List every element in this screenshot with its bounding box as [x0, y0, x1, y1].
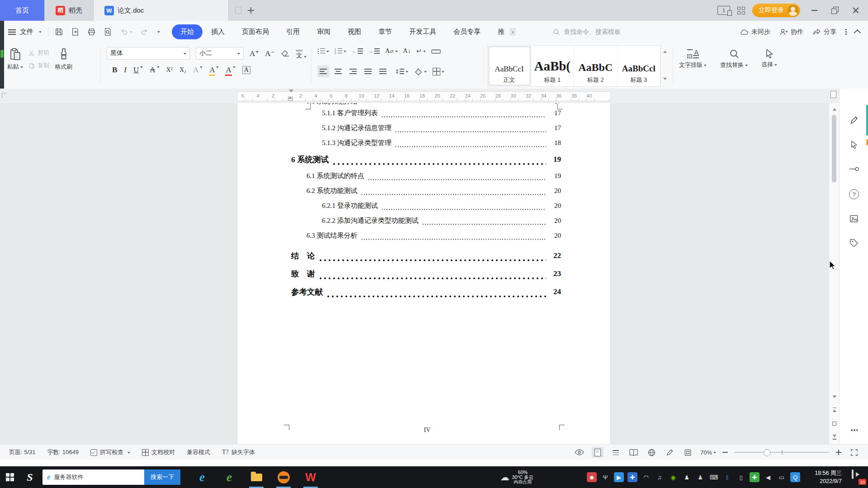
penguin2-tray-icon[interactable]: ♟	[695, 472, 705, 482]
customize-toolbar-icon[interactable]	[157, 31, 160, 34]
print-icon[interactable]	[87, 28, 96, 36]
style-item-标题 2[interactable]: AaBbC标题 2	[574, 46, 618, 86]
select-pointer-button[interactable]	[846, 136, 862, 153]
media-player-tray-icon[interactable]: ▶	[614, 472, 624, 482]
taskbar-orange-app-icon[interactable]	[274, 466, 292, 488]
bullet-list-button[interactable]	[317, 48, 329, 54]
command-search[interactable]: 查找命令、搜索模板	[552, 28, 621, 36]
page-view-icon[interactable]	[592, 447, 604, 458]
login-button[interactable]: 立即登录	[752, 4, 800, 17]
s-app-button[interactable]: S	[20, 466, 40, 488]
font-name-select[interactable]: 黑体	[107, 47, 190, 60]
paste-button[interactable]: 粘贴	[7, 47, 23, 71]
shrink-font-button[interactable]: A⁻	[265, 49, 274, 58]
page-count-status[interactable]: 页面: 5/31	[9, 448, 36, 456]
scrollbar-thumb[interactable]	[832, 115, 836, 183]
menu-tab-页面布局[interactable]: 页面布局	[233, 24, 278, 39]
ruler-band[interactable]: 642246810121416182022242628303234363840	[237, 91, 611, 101]
redo-icon[interactable]	[140, 28, 149, 36]
ime-tray-icon[interactable]: ⌨	[709, 472, 719, 482]
menu-tab-审阅[interactable]: 审阅	[308, 24, 339, 39]
shading-button[interactable]	[414, 68, 427, 75]
more-options-icon[interactable]	[845, 28, 847, 35]
tab-docer[interactable]: 稻 稻壳	[45, 0, 94, 21]
close-button[interactable]	[849, 4, 863, 17]
menu-tab-视图[interactable]: 视图	[339, 24, 370, 39]
export-icon[interactable]	[71, 28, 80, 36]
notification-tray-icon[interactable]: ♫	[655, 472, 665, 482]
undo-button[interactable]	[120, 28, 132, 36]
media-notification-icon[interactable]: 10	[852, 470, 863, 484]
style-item-标题 3[interactable]: AaBbCcl标题 3	[618, 46, 661, 86]
taskbar-ie-icon[interactable]: e	[193, 466, 211, 488]
new-tab-button[interactable]	[245, 5, 257, 16]
scroll-up-icon[interactable]	[829, 105, 840, 112]
increase-indent-button[interactable]: →	[368, 48, 380, 54]
style-gallery-up-icon[interactable]	[662, 48, 668, 53]
restore-button[interactable]	[828, 4, 842, 17]
sync-button[interactable]: 未同步	[740, 28, 770, 36]
highlight-color-button[interactable]: A	[209, 66, 219, 75]
start-button[interactable]	[0, 466, 20, 488]
numbered-list-button[interactable]	[335, 48, 346, 54]
text-direction-button[interactable]: A⇄	[385, 47, 398, 55]
superscript-button[interactable]: X²	[166, 66, 173, 74]
zoom-slider[interactable]	[734, 449, 829, 455]
hanging-indent-marker[interactable]	[288, 97, 293, 101]
strikethrough-button[interactable]: A	[150, 66, 159, 75]
collaborate-button[interactable]: 协作	[779, 28, 803, 36]
menu-tab-插入[interactable]: 插入	[203, 24, 233, 39]
menu-tab-引用[interactable]: 引用	[278, 24, 308, 39]
menu-tab-开始[interactable]: 开始	[172, 24, 203, 39]
tab-home[interactable]: 首页	[0, 0, 45, 21]
grow-font-button[interactable]: A⁺	[250, 49, 259, 58]
document-area[interactable]: 5.1 系统功能介绍175.1.1 客户管理列表175.1.2 沟通记录信息管理…	[0, 103, 868, 444]
antivirus-tray-icon[interactable]: ☻	[587, 472, 597, 482]
char-shading-button[interactable]: A	[242, 66, 250, 74]
save-icon[interactable]	[55, 28, 63, 36]
distribute-button[interactable]	[377, 66, 389, 77]
align-left-button[interactable]	[317, 66, 329, 77]
doc-proof-button[interactable]: 文档校对	[142, 448, 175, 456]
text-typeset-button[interactable]: 文字排版	[679, 48, 707, 69]
vertical-scrollbar[interactable]	[829, 103, 840, 444]
usb-tray-icon[interactable]: Ψ	[600, 472, 610, 482]
volume-tray-icon[interactable]: ◀	[763, 472, 773, 482]
spell-check-toggle[interactable]: 拼写检查	[90, 448, 130, 456]
help-button[interactable]: ?	[846, 186, 862, 202]
format-painter-button[interactable]: 格式刷	[55, 47, 72, 71]
style-gallery-down-icon[interactable]	[662, 77, 668, 82]
health-tray-icon[interactable]: ✚	[750, 472, 760, 482]
text-effect-button[interactable]: A	[193, 66, 203, 75]
bold-button[interactable]: B	[112, 66, 117, 75]
next-page-button[interactable]	[829, 432, 840, 442]
subscript-button[interactable]: X₂	[179, 66, 186, 74]
web-view-icon[interactable]	[646, 447, 658, 458]
window-switch-icon[interactable]: 1	[717, 6, 730, 15]
menu-tab-开发工具[interactable]: 开发工具	[401, 24, 445, 39]
measure-tool-button[interactable]	[846, 161, 862, 177]
missing-font-button[interactable]: T? 缺失字体	[222, 448, 255, 456]
taskbar-browser360-icon[interactable]: e	[220, 466, 238, 488]
shield-tray-icon[interactable]: ✚	[627, 472, 637, 482]
taskbar-clock[interactable]: 18:56 周三 2022/9/7	[815, 469, 842, 485]
share-button[interactable]: 分享	[812, 28, 836, 36]
scroll-down-icon[interactable]	[829, 394, 840, 401]
underline-button[interactable]: U	[133, 66, 143, 75]
justify-button[interactable]	[362, 66, 374, 77]
zoom-slider-handle[interactable]	[764, 449, 771, 456]
display-tray-icon[interactable]: ▭	[777, 472, 787, 482]
zoom-out-button[interactable]	[722, 452, 728, 453]
bluetooth-tray-icon[interactable]: ᛒ	[722, 472, 732, 482]
italic-button[interactable]: I	[124, 66, 127, 75]
fit-page-icon[interactable]	[682, 447, 694, 458]
gpu-tray-icon[interactable]: ◉	[668, 472, 678, 482]
align-center-button[interactable]	[332, 66, 344, 77]
align-right-button[interactable]	[347, 66, 359, 77]
tray-weather-memory[interactable]: ☁ 60% 30°C 多云 内存占用	[500, 470, 533, 485]
select-browse-object-button[interactable]	[829, 418, 840, 428]
line-spacing-button[interactable]: ⇕	[395, 68, 408, 75]
borders-button[interactable]	[433, 68, 444, 75]
tab-stops-icon[interactable]	[431, 48, 441, 54]
fullscreen-icon[interactable]	[848, 447, 860, 458]
